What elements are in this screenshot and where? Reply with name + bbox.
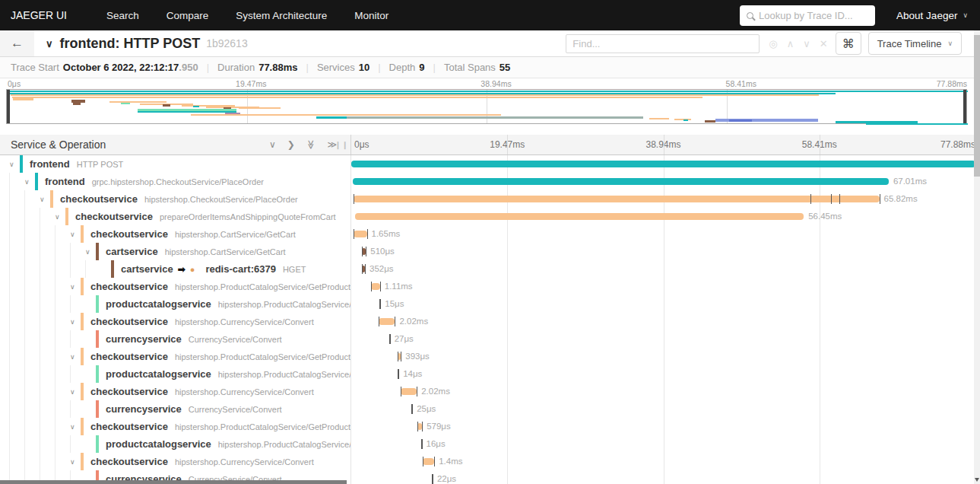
about-jaeger-menu[interactable]: About Jaeger ∨ [896,10,968,21]
focus-match-icon[interactable]: ◎ [769,38,777,49]
span-name-cell[interactable]: ∨checkoutservicehipstershop.ProductCatal… [0,278,351,295]
vertical-scrollbar[interactable] [974,30,980,484]
trace-title: frontend: HTTP POST [60,36,201,52]
span-timeline-cell[interactable]: 2.02ms [351,383,975,400]
next-match-icon[interactable]: ∨ [803,38,810,49]
span-timeline-cell[interactable]: 56.45ms [351,208,975,225]
find-input[interactable]: Find... [566,34,760,53]
span-name-cell[interactable]: ∨checkoutservicehipstershop.CartService/… [0,225,351,243]
span-name-cell[interactable]: ∨cartservicehipstershop.CartService/GetC… [0,243,351,260]
collapse-span-chevron-icon[interactable]: ∨ [40,196,50,203]
span-timeline-cell[interactable]: 393μs [351,348,975,365]
minimap-right-drag-handle[interactable] [963,90,966,123]
span-timeline-cell[interactable]: 1.11ms [351,278,975,295]
indent-guide [55,260,70,278]
nav-item-compare[interactable]: Compare [167,10,209,21]
expand-one-icon[interactable]: ❯ [287,139,295,150]
span-name-cell[interactable]: currencyserviceCurrencyService/Convert [0,400,351,418]
collapse-span-chevron-icon[interactable]: ∨ [85,248,96,256]
collapse-span-chevron-icon[interactable]: ∨ [70,388,81,396]
keyboard-shortcuts-button[interactable]: ⌘ [836,32,861,55]
nav-item-monitor[interactable]: Monitor [354,10,389,21]
prev-match-icon[interactable]: ∧ [787,38,794,49]
span-duration-bar[interactable] [354,231,366,237]
span-name-cell[interactable]: ∨checkoutservicehipstershop.CurrencyServ… [0,453,351,470]
service-name: cartservice [121,263,173,275]
timeline-tick-line [507,135,508,154]
span-timeline-cell[interactable]: 27μs [351,330,975,348]
span-name-cell[interactable]: currencyserviceCurrencyService/Convert [0,330,351,348]
span-duration-bar[interactable] [354,196,879,202]
collapse-span-chevron-icon[interactable]: ∨ [55,213,65,221]
span-timeline-cell[interactable]: 67.01ms [351,173,975,190]
operation-name: prepareOrderItemsAndShippingQuoteFromCar… [160,212,336,221]
timeline-header: Service & Operation ∨ ❯ ≫ ≫ ❙❙ 0μs19.47m… [0,135,980,155]
span-timeline-cell[interactable]: 510μs [351,243,975,260]
span-timeline-cell[interactable]: 352μs [351,260,975,278]
span-name-cell[interactable]: productcatalogservicehipstershop.Product… [0,295,351,313]
collapse-span-chevron-icon[interactable]: ∨ [70,318,81,326]
collapse-span-chevron-icon[interactable]: ∨ [9,161,20,168]
vertical-scrollbar-thumb[interactable] [974,35,980,177]
trace-id-lookup-input[interactable]: Lookup by Trace ID... [740,5,875,26]
span-edge-tick [401,352,401,361]
collapse-all-icon[interactable]: ≫ [306,140,316,150]
indent-guide [24,295,40,313]
span-timeline-cell[interactable]: 16μs [351,435,975,453]
minimap-left-drag-handle[interactable] [7,90,10,123]
horizontal-scrollbar-thumb[interactable] [0,480,347,484]
span-timeline-cell[interactable]: 1.4ms [351,453,975,470]
span-name-cell[interactable]: ∨checkoutserviceprepareOrderItemsAndShip… [0,208,351,225]
column-resizer-handle[interactable]: ❙❙ [335,141,349,149]
collapse-one-icon[interactable]: ∨ [269,139,276,150]
nav-item-system-architecture[interactable]: System Architecture [236,10,327,21]
collapse-span-chevron-icon[interactable]: ∨ [70,423,81,431]
span-duration-bar[interactable] [353,178,889,185]
span-name-cell[interactable]: ∨checkoutservicehipstershop.ProductCatal… [0,348,351,365]
collapse-span-chevron-icon[interactable]: ∨ [70,353,81,361]
collapse-trace-chevron-icon[interactable]: ∨ [46,38,53,49]
span-rows-container: ∨frontendHTTP POST∨frontendgrpc.hipsters… [0,155,980,484]
scroll-down-arrow-icon[interactable] [975,478,979,482]
app-logo[interactable]: JAEGER UI [0,9,79,21]
collapse-span-chevron-icon[interactable]: ∨ [24,178,35,186]
back-button[interactable]: ← [0,30,34,56]
span-timeline-cell[interactable]: 579μs [351,418,975,435]
span-timeline-cell[interactable]: 1.65ms [351,225,975,243]
trace-view-select[interactable]: Trace Timeline ∨ [868,32,962,55]
indent-guide [24,418,40,435]
span-duration-bar[interactable] [351,161,975,167]
span-name-cell[interactable]: ∨checkoutservicehipstershop.CurrencyServ… [0,383,351,400]
span-name-cell[interactable]: ∨checkoutservicehipstershop.ProductCatal… [0,418,351,435]
span-duration-bar[interactable] [401,388,417,395]
collapse-span-chevron-icon[interactable]: ∨ [70,231,81,238]
clear-find-icon[interactable]: ✕ [820,38,828,49]
nav-item-search[interactable]: Search [106,10,139,21]
top-nav: JAEGER UI SearchCompareSystem Architectu… [0,0,980,30]
span-name-cell[interactable]: productcatalogservicehipstershop.Product… [0,365,351,383]
lookup-placeholder: Lookup by Trace ID... [759,10,853,21]
span-name-cell[interactable]: ∨checkoutservicehipstershop.CheckoutServ… [0,190,351,208]
span-timeline-cell[interactable]: 22μs [351,470,975,484]
collapse-span-chevron-icon[interactable]: ∨ [70,458,81,466]
span-timeline-cell[interactable] [351,155,975,173]
span-name-cell[interactable]: ∨frontendgrpc.hipstershop.CheckoutServic… [0,173,351,190]
span-timeline-cell[interactable]: 2.02ms [351,313,975,330]
span-duration-label: 1.65ms [372,225,401,243]
peer-service-name: redis-cart:6379 [205,263,276,275]
span-name-cell[interactable]: ∨frontendHTTP POST [0,155,351,173]
collapse-span-chevron-icon[interactable]: ∨ [70,283,81,291]
span-duration-bar[interactable] [379,318,395,325]
span-name-cell[interactable]: ∨checkoutservicehipstershop.CurrencyServ… [0,313,351,330]
minimap-canvas[interactable] [6,89,967,124]
span-timeline-cell[interactable]: 65.82ms [351,190,975,208]
span-name-cell[interactable]: cartservice➡●redis-cart:6379HGET [0,260,351,278]
span-duration-bar[interactable] [423,458,434,465]
span-timeline-cell[interactable]: 14μs [351,365,975,383]
span-name-cell[interactable]: productcatalogservicehipstershop.Product… [0,435,351,453]
span-timeline-cell[interactable]: 25μs [351,400,975,418]
span-duration-bar[interactable] [355,213,804,220]
indent-pad [0,243,9,260]
span-timeline-cell[interactable]: 15μs [351,295,975,313]
span-duration-bar[interactable] [371,283,379,290]
